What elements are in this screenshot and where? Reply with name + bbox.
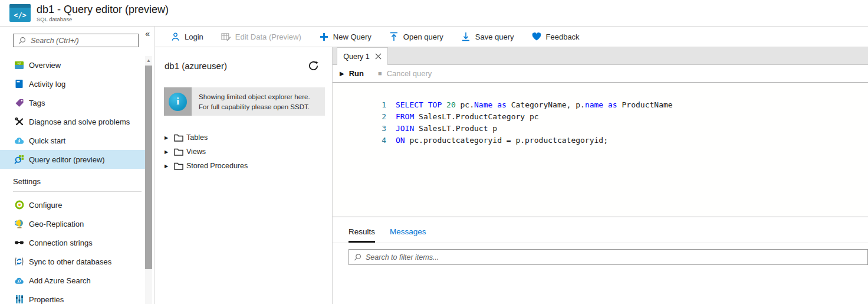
activity-log-icon (14, 79, 24, 89)
open-query-button[interactable]: Open query (389, 32, 443, 42)
sidebar-item-add-azure-search[interactable]: Add Azure Search (0, 271, 145, 290)
refresh-icon (308, 60, 319, 71)
query-tabstrip: Query 1 (333, 47, 868, 65)
expand-arrow-icon[interactable]: ▶ (165, 164, 170, 169)
code-line: 1SELECT TOP 20 pc.Name as CategoryName, … (333, 87, 868, 99)
query-editor-panel: Query 1 ▶ Run ■ Cancel query 1SELECT TOP… (332, 47, 868, 304)
feedback-button[interactable]: Feedback (532, 32, 580, 42)
page-subtitle: SQL database (37, 16, 169, 22)
query-search-icon (14, 155, 24, 165)
sidebar-item-properties[interactable]: Properties (0, 290, 145, 304)
sidebar: « sql Overview Activity log Tags Diagnos… (0, 27, 155, 304)
globe-icon (14, 219, 24, 229)
collapse-sidebar-button[interactable]: « (145, 29, 150, 38)
tree-item-tables[interactable]: ▶ Tables (165, 130, 332, 145)
sidebar-item-connection-strings[interactable]: Connection strings (0, 233, 145, 252)
new-query-button[interactable]: New Query (319, 32, 371, 42)
download-arrow-icon (461, 32, 471, 42)
sidebar-search-input[interactable] (31, 37, 134, 45)
line-number: 1 (360, 99, 386, 111)
sidebar-scrollbar[interactable]: ▲ (145, 56, 152, 304)
expand-arrow-icon[interactable]: ▶ (165, 149, 170, 155)
new-query-label: New Query (333, 32, 371, 41)
tab-query-1[interactable]: Query 1 (337, 47, 388, 65)
sql-token: ON (396, 136, 405, 145)
save-query-button[interactable]: Save query (461, 32, 514, 42)
run-button[interactable]: ▶ Run (340, 69, 364, 78)
sql-token (492, 100, 497, 109)
info-badge: i (164, 87, 192, 116)
sidebar-item-overview[interactable]: sql Overview (0, 55, 145, 74)
results-tab-label: Results (348, 227, 375, 236)
sql-token: 20 (446, 100, 456, 109)
login-button[interactable]: Login (170, 32, 203, 42)
scroll-up-icon[interactable]: ▲ (145, 56, 152, 64)
tab-results[interactable]: Results (348, 227, 375, 243)
sidebar-item-label: Tags (29, 99, 45, 107)
sql-token: SELECT TOP (396, 100, 446, 109)
line-number: 3 (360, 123, 386, 135)
sidebar-item-label: Query editor (preview) (29, 155, 105, 164)
sidebar-search[interactable] (13, 34, 139, 47)
sql-token: SalesLT.Product p (414, 124, 497, 133)
stop-icon: ■ (378, 70, 382, 77)
sidebar-item-configure[interactable]: Configure (0, 195, 145, 214)
sidebar-item-geo-replication[interactable]: Geo-Replication (0, 214, 145, 233)
sql-token: JOIN (396, 124, 414, 133)
sidebar-item-tags[interactable]: Tags (0, 93, 145, 112)
filter-input[interactable] (366, 253, 867, 261)
login-label: Login (185, 32, 203, 41)
tag-icon (14, 98, 24, 108)
info-banner-text: Showing limited object explorer here. Fo… (192, 87, 325, 116)
cancel-query-label: Cancel query (387, 69, 432, 78)
sidebar-item-sync-databases[interactable]: Sync to other databases (0, 252, 145, 271)
wrench-cross-icon (14, 117, 24, 127)
sidebar-item-label: Connection strings (29, 238, 93, 247)
cancel-query-button[interactable]: ■ Cancel query (378, 69, 432, 78)
sql-token: pc.productcategoryid = p.productcategory… (405, 136, 608, 145)
edit-data-button[interactable]: Edit Data (Preview) (221, 32, 301, 42)
code-glyph: </> (14, 9, 27, 22)
tree-item-stored-procedures[interactable]: ▶ Stored Procedures (165, 159, 332, 173)
sidebar-item-label: Configure (29, 201, 62, 210)
settings-section-label: Settings (13, 177, 145, 190)
tree-item-label: Views (186, 148, 206, 156)
close-tab-icon[interactable] (375, 53, 382, 60)
info-banner: i Showing limited object explorer here. … (164, 87, 325, 116)
sidebar-item-quick-start[interactable]: Quick start (0, 131, 145, 150)
filter-box[interactable] (348, 249, 868, 265)
sliders-icon (14, 295, 24, 304)
tab-label: Query 1 (343, 53, 369, 61)
tab-messages[interactable]: Messages (390, 227, 426, 243)
sidebar-item-query-editor[interactable]: Query editor (preview) (0, 150, 145, 169)
sidebar-item-label: Add Azure Search (29, 276, 91, 285)
tree-item-views[interactable]: ▶ Views (165, 145, 332, 159)
edit-table-icon (221, 32, 231, 42)
upload-arrow-icon (389, 32, 399, 42)
sidebar-item-activity-log[interactable]: Activity log (0, 74, 145, 93)
sidebar-item-label: Quick start (29, 136, 65, 145)
sql-query-editor-icon: </> (9, 4, 31, 22)
scrollbar-thumb[interactable] (145, 66, 152, 269)
heart-icon (532, 32, 542, 42)
page-title: db1 - Query editor (preview) (37, 4, 169, 15)
sidebar-item-diagnose[interactable]: Diagnose and solve problems (0, 112, 145, 131)
messages-tab-label: Messages (390, 227, 426, 236)
play-icon: ▶ (340, 70, 344, 77)
plug-icon (14, 238, 24, 248)
cloud-lightning-icon (14, 136, 24, 146)
search-icon (354, 253, 361, 261)
line-number: 2 (360, 111, 386, 123)
sql-editor[interactable]: 1SELECT TOP 20 pc.Name as CategoryName, … (333, 83, 868, 217)
refresh-button[interactable] (308, 60, 319, 71)
expand-arrow-icon[interactable]: ▶ (165, 135, 170, 140)
results-panel: Results Messages (333, 218, 868, 304)
results-tabbar: Results Messages (333, 218, 868, 243)
sql-token: CategoryName, p. (507, 100, 585, 109)
folder-icon (174, 162, 183, 170)
line-number: 4 (360, 135, 386, 146)
svg-text:sql: sql (18, 62, 21, 65)
tree-item-label: Tables (186, 133, 208, 142)
info-icon: i (169, 93, 187, 111)
settings-divider (13, 191, 142, 192)
